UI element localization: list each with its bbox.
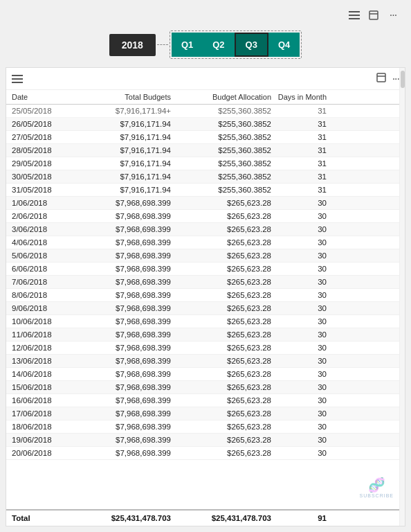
cell-date: 11/06/2018 (12, 330, 74, 339)
footer-total-budgets: $25,431,478.703 (74, 514, 171, 522)
cell-date: 18/06/2018 (12, 423, 74, 431)
cell-total-budgets: $7,968,698.399 (74, 291, 171, 299)
table-row: 13/06/2018$7,968,698.399$265,623.2830 (6, 355, 405, 368)
cell-date: 28/05/2018 (12, 146, 74, 154)
cell-budget-alloc: $265,623.28 (171, 449, 271, 457)
table-footer: Total $25,431,478.703 $25,431,478.703 91 (6, 509, 405, 526)
table-row: 14/06/2018$7,968,698.399$265,623.2830 (6, 368, 405, 381)
cell-days: 30 (271, 265, 327, 273)
cell-days: 30 (271, 317, 327, 326)
cell-days: 30 (271, 423, 327, 431)
cell-date: 20/06/2018 (12, 449, 74, 457)
cell-date: 10/06/2018 (12, 317, 74, 326)
cell-date: 16/06/2018 (12, 396, 74, 405)
cell-total-budgets: $7,916,171.94 (74, 159, 171, 168)
table-row: 25/05/2018$7,916,171.94+$255,360.385231 (6, 105, 405, 118)
cell-date: 8/06/2018 (12, 291, 74, 299)
cell-total-budgets: $7,916,171.94 (74, 186, 171, 194)
cell-days: 30 (271, 238, 327, 247)
cell-total-budgets: $7,968,698.399 (74, 251, 171, 260)
q4-button[interactable]: Q4 (268, 33, 300, 57)
cell-days: 31 (271, 146, 327, 154)
table-row: 1/06/2018$7,968,698.399$265,623.2830 (6, 197, 405, 210)
cell-date: 17/06/2018 (12, 409, 74, 418)
table-row: 17/06/2018$7,968,698.399$265,623.2830 (6, 407, 405, 420)
table-row: 31/05/2018$7,916,171.94$255,360.385231 (6, 184, 405, 197)
subscribe-label: SUBSCRIBE (360, 493, 394, 498)
cell-days: 30 (271, 278, 327, 286)
cell-budget-alloc: $265,623.28 (171, 423, 271, 431)
cell-total-budgets: $7,968,698.399 (74, 199, 171, 207)
cell-total-budgets: $7,916,171.94+ (74, 107, 171, 115)
cell-total-budgets: $7,968,698.399 (74, 225, 171, 233)
top-square-icon[interactable] (367, 8, 381, 22)
table-toolbar: ··· (6, 68, 405, 90)
cell-days: 30 (271, 330, 327, 339)
q1-button[interactable]: Q1 (172, 33, 203, 57)
cell-date: 4/06/2018 (12, 238, 74, 247)
cell-budget-alloc: $265,623.28 (171, 330, 271, 339)
table-row: 11/06/2018$7,968,698.399$265,623.2830 (6, 328, 405, 342)
scrollbar-track[interactable] (399, 68, 405, 526)
svg-rect-2 (377, 73, 385, 82)
table-row: 29/05/2018$7,916,171.94$255,360.385231 (6, 157, 405, 170)
cell-budget-alloc: $265,623.28 (171, 265, 271, 273)
table-more-icon[interactable]: ··· (392, 73, 399, 85)
footer-days: 91 (271, 514, 327, 522)
cell-date: 15/06/2018 (12, 383, 74, 391)
cell-days: 30 (271, 225, 327, 233)
cell-budget-alloc: $255,360.3852 (171, 159, 271, 168)
cell-days: 31 (271, 107, 327, 115)
cell-budget-alloc: $265,623.28 (171, 317, 271, 326)
top-bar: ··· (6, 6, 405, 25)
cell-budget-alloc: $265,623.28 (171, 409, 271, 418)
table-row: 26/05/2018$7,916,171.94$255,360.385231 (6, 118, 405, 131)
table-body: 25/05/2018$7,916,171.94+$255,360.3852312… (6, 105, 405, 509)
cell-days: 31 (271, 186, 327, 194)
col-total-budgets: Total Budgets (74, 93, 171, 101)
cell-date: 2/06/2018 (12, 212, 74, 220)
footer-label: Total (12, 514, 74, 522)
cell-budget-alloc: $265,623.28 (171, 304, 271, 312)
q2-button[interactable]: Q2 (203, 33, 234, 57)
cell-days: 30 (271, 370, 327, 378)
table-view-icon[interactable] (376, 72, 387, 85)
cell-budget-alloc: $255,360.3852 (171, 133, 271, 141)
cell-days: 30 (271, 383, 327, 391)
q3-button[interactable]: Q3 (235, 33, 268, 57)
cell-total-budgets: $7,968,698.399 (74, 317, 171, 326)
table-row: 16/06/2018$7,968,698.399$265,623.2830 (6, 394, 405, 407)
cell-total-budgets: $7,968,698.399 (74, 436, 171, 444)
table-hamburger-icon[interactable] (12, 75, 23, 83)
cell-days: 31 (271, 159, 327, 168)
cell-budget-alloc: $255,360.3852 (171, 186, 271, 194)
table-row: 28/05/2018$7,916,171.94$255,360.385231 (6, 144, 405, 157)
table-row: 2/06/2018$7,968,698.399$265,623.2830 (6, 210, 405, 223)
cell-total-budgets: $7,968,698.399 (74, 344, 171, 352)
cell-total-budgets: $7,968,698.399 (74, 383, 171, 391)
cell-date: 6/06/2018 (12, 265, 74, 273)
table-row: 10/06/2018$7,968,698.399$265,623.2830 (6, 315, 405, 328)
cell-budget-alloc: $265,623.28 (171, 212, 271, 220)
cell-total-budgets: $7,968,698.399 (74, 370, 171, 378)
quarter-group: Q1 Q2 Q3 Q4 (170, 30, 302, 59)
scrollbar-thumb[interactable] (401, 71, 405, 88)
cell-days: 30 (271, 436, 327, 444)
cell-date: 9/06/2018 (12, 304, 74, 312)
table-row: 12/06/2018$7,968,698.399$265,623.2830 (6, 342, 405, 355)
cell-total-budgets: $7,968,698.399 (74, 423, 171, 431)
year-button[interactable]: 2018 (109, 34, 156, 56)
top-hamburger-icon[interactable] (347, 8, 361, 22)
cell-date: 30/05/2018 (12, 172, 74, 181)
top-more-icon[interactable]: ··· (386, 8, 400, 22)
subscribe-watermark: 🧬 SUBSCRIBE (360, 477, 394, 498)
cell-budget-alloc: $265,623.28 (171, 344, 271, 352)
table-row: 8/06/2018$7,968,698.399$265,623.2830 (6, 289, 405, 302)
cell-budget-alloc: $255,360.3852 (171, 107, 271, 115)
cell-budget-alloc: $265,623.28 (171, 436, 271, 444)
cell-budget-alloc: $265,623.28 (171, 396, 271, 405)
cell-total-budgets: $7,916,171.94 (74, 146, 171, 154)
cell-total-budgets: $7,968,698.399 (74, 238, 171, 247)
table-row: 15/06/2018$7,968,698.399$265,623.2830 (6, 381, 405, 394)
cell-date: 27/05/2018 (12, 133, 74, 141)
